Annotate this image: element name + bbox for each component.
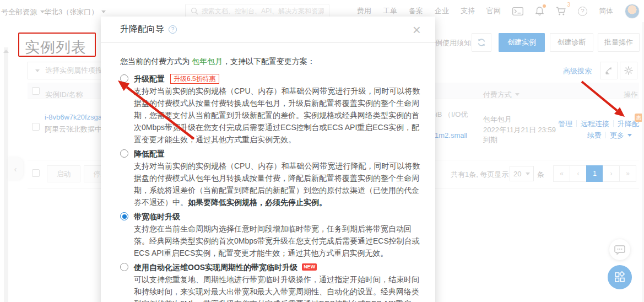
option-downgrade-config: 降低配置 支持对当前实例的实例规格（CPU、内存）和基础公网带宽进行降配，同时可…	[120, 148, 421, 208]
resize-wizard-dialog: 升降配向导 ? × 您当前的付费方式为 包年包月，支持以下配置变更方案： 升级配…	[101, 17, 435, 302]
dialog-title: 升降配向导	[120, 24, 164, 35]
option-description-bold: 如果要降低实例规格，必须先停止实例。	[188, 198, 327, 207]
option-label: 带宽临时升级	[134, 211, 421, 223]
option-temp-bandwidth: 带宽临时升级 支持您在当前生命周期内选择任意时间段增加临时带宽，任务到期后将带宽…	[120, 211, 421, 259]
radio-oos-bandwidth[interactable]	[120, 263, 128, 271]
close-icon[interactable]: ×	[413, 24, 421, 35]
radio-temp-bandwidth[interactable]	[120, 212, 128, 220]
option-oos-bandwidth: 使用自动化运维OOS实现周期性的带宽临时升级NEW 可以支持您重复地、周期性地进…	[120, 261, 421, 302]
radio-upgrade-config[interactable]	[120, 74, 128, 83]
discount-badge: 升级6.5折特惠	[170, 74, 219, 84]
option-label: 使用自动化运维OOS实现周期性的带宽临时升级NEW	[134, 261, 421, 273]
option-description: 支持您在当前生命周期内选择任意时间段增加临时带宽，任务到期后将带宽自动回落。经典…	[134, 223, 421, 259]
billing-type-highlight: 包年包月	[192, 57, 223, 66]
dialog-header: 升降配向导 ? ×	[101, 17, 435, 43]
option-description: 可以支持您重复地、周期性地进行带宽临时升级操作，通过指定开始时间，结束时间和持续…	[134, 273, 421, 302]
help-icon[interactable]: ?	[169, 25, 177, 34]
option-label: 降低配置	[134, 148, 421, 160]
option-upgrade-config: 升级配置升级6.5折特惠 支持对当前实例的实例规格（CPU、内存）和基础公网带宽…	[120, 73, 421, 145]
option-label: 升级配置升级6.5折特惠	[134, 73, 421, 85]
intro-line: 您当前的付费方式为 包年包月，支持以下配置变更方案：	[120, 55, 421, 67]
option-description: 支持对当前实例的实例规格（CPU、内存）和基础公网带宽进行升级，同时可以将数据盘…	[134, 85, 421, 145]
radio-downgrade-config[interactable]	[120, 149, 128, 158]
option-description: 支持对当前实例的实例规格（CPU、内存）和基础公网带宽进行降配，同时可以将数据盘…	[134, 160, 421, 208]
new-badge: NEW	[302, 263, 317, 271]
dialog-body: 您当前的付费方式为 包年包月，支持以下配置变更方案： 升级配置升级6.5折特惠 …	[101, 43, 435, 302]
